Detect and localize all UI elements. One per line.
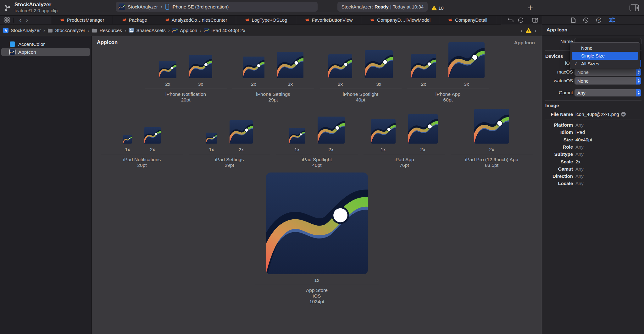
editor-tab[interactable]: FavoriteButtonView [296, 16, 362, 24]
icon-slot[interactable]: 2x [408, 114, 438, 152]
app-icon-image [243, 57, 264, 78]
gamut-popup-button[interactable]: Any [575, 89, 641, 96]
attributes-inspector-icon[interactable] [609, 17, 615, 23]
icon-slot[interactable]: 3x [365, 50, 393, 87]
attribute-value: Any [575, 151, 584, 157]
icon-slot[interactable]: 2x [328, 54, 352, 87]
icon-slots: 1x2x [289, 117, 345, 152]
warning-count-badge[interactable]: 10 [431, 0, 444, 16]
tab-overview-grid-icon[interactable] [4, 17, 10, 23]
breadcrumb-label: SharedAssets [136, 28, 165, 33]
breadcrumb-item[interactable]: SharedAssets [129, 28, 165, 33]
editor-tab[interactable]: ProductsManager [51, 16, 113, 24]
app-icon-image [277, 52, 303, 78]
icon-slot[interactable]: 1x [266, 172, 368, 283]
icon-slot[interactable]: 2x [159, 61, 176, 87]
breadcrumb-item[interactable]: Resources [92, 28, 122, 33]
icon-group-label: iPad Settings [215, 157, 244, 162]
divider [528, 18, 528, 23]
breadcrumb-item[interactable]: AppIcon [172, 28, 197, 33]
icon-group: 2xiPad Pro (12.9-inch) App83.5pt [449, 117, 535, 168]
add-button[interactable]: + [528, 0, 533, 16]
scale-label: 2x [150, 147, 155, 152]
icon-slot[interactable]: 2x [411, 54, 436, 87]
inspector-panel-toggle[interactable] [630, 4, 639, 13]
icon-group-label: 20pt [137, 162, 147, 168]
editor-tab[interactable]: LogType+OSLog [236, 16, 296, 24]
icon-slot[interactable]: 1x [206, 133, 217, 152]
add-editor-icon[interactable] [532, 18, 538, 23]
sidebar-item-accentcolor[interactable]: AccentColor [1, 40, 90, 48]
icon-slots: 2x [474, 117, 509, 152]
editor-options-icon[interactable] [518, 17, 524, 23]
editor-tab[interactable]: CompanyDetail [439, 16, 496, 24]
editor-tab[interactable]: CompanyD…ilViewModel [361, 16, 439, 24]
scale-label: 3x [464, 81, 469, 87]
status-time: | Today at 10:34 [390, 4, 424, 9]
breadcrumb-item[interactable]: StockAnalyzer [47, 28, 85, 33]
attribute-row: Subtype Any [542, 151, 644, 158]
group-divider [101, 154, 183, 154]
icon-group: 1x2xiPad Settings29pt [187, 117, 272, 168]
tab-label: Package [129, 17, 147, 23]
icon-group: 1x2xiPad Notifications20pt [99, 117, 185, 168]
scale-label: 1x [295, 147, 300, 152]
jump-to-file-icon[interactable]: ➔ [621, 112, 626, 117]
sidebar-item-appicon[interactable]: AppIcon [1, 48, 90, 56]
tab-nav-controls: ‹ › [0, 16, 51, 24]
asset-title: AppIcon [97, 39, 118, 45]
icon-slot[interactable]: 2x [243, 57, 264, 87]
go-forward-button[interactable]: › [24, 16, 30, 24]
watchos-popup-button[interactable]: None [575, 77, 641, 85]
file-inspector-icon[interactable] [571, 17, 576, 23]
app-icon-image [206, 133, 217, 144]
icon-slots: 2x3x [411, 50, 485, 87]
scheme-selector[interactable]: StockAnalyzer › iPhone SE (3rd generatio… [116, 2, 318, 12]
icon-slots: 1x2x [206, 117, 253, 152]
breadcrumb-item[interactable]: AStockAnalyzer [3, 28, 41, 33]
activity-status[interactable]: StockAnalyzer: Ready | Today at 10:34 [337, 2, 428, 12]
app-icon-image [408, 114, 438, 144]
divider [545, 88, 641, 88]
attribute-label: Gamut [542, 166, 573, 172]
color-swatch-icon [10, 41, 15, 47]
asset-type-label: App Icon [514, 40, 535, 46]
icon-group-label: 83.5pt [485, 162, 498, 168]
next-issue-button[interactable]: › [534, 26, 537, 35]
menu-item[interactable]: None [572, 44, 638, 52]
swift-file-icon [60, 18, 65, 23]
tabs-container: ProductsManagerPackageAnalyzedCo…niesCou… [51, 16, 542, 24]
icon-slot[interactable]: 2x [144, 127, 161, 152]
menu-item[interactable]: Single Size [572, 52, 638, 60]
icon-slot[interactable]: 3x [277, 52, 303, 87]
tab-label: CompanyDetail [455, 17, 487, 23]
attribute-row: Platform Any [542, 122, 644, 129]
editor-tab[interactable]: AnalyzedCo…niesCounter [156, 16, 236, 24]
breadcrumb-item[interactable]: iPad 40x40pt 2x [204, 28, 246, 33]
attribute-value: 2x [575, 159, 580, 164]
scale-label: 3x [376, 81, 381, 87]
scale-label: 1x [314, 277, 319, 283]
icon-slot[interactable]: 3x [189, 55, 212, 87]
icon-slot[interactable]: 2x [474, 109, 509, 152]
history-inspector-icon[interactable] [583, 17, 589, 23]
swap-editor-icon[interactable] [508, 18, 514, 22]
macos-popup-button[interactable]: None [575, 68, 641, 76]
go-back-button[interactable]: ‹ [17, 16, 24, 24]
icon-slot[interactable]: 3x [448, 42, 485, 87]
icon-slot[interactable]: 1x [289, 128, 305, 152]
previous-issue-button[interactable]: ‹ [520, 26, 523, 35]
editor-tab[interactable]: Package [113, 16, 156, 24]
icon-slot[interactable]: 1x [371, 119, 396, 152]
icon-slot[interactable]: 2x [230, 120, 253, 152]
menu-item[interactable]: ✓ All Sizes [572, 60, 638, 68]
stepper-icon [636, 77, 641, 85]
icon-slot[interactable]: 1x [123, 135, 132, 152]
editor-tab-bar: ‹ › ProductsManagerPackageAnalyzedCo…nie… [0, 16, 542, 25]
attribute-row: Idiom iPad [542, 129, 644, 136]
help-inspector-icon[interactable]: ? [596, 17, 602, 23]
row-label: iOS [542, 60, 573, 66]
breadcrumb-label: Resources [99, 28, 122, 33]
group-divider [255, 285, 379, 285]
icon-slot[interactable]: 2x [318, 117, 345, 152]
